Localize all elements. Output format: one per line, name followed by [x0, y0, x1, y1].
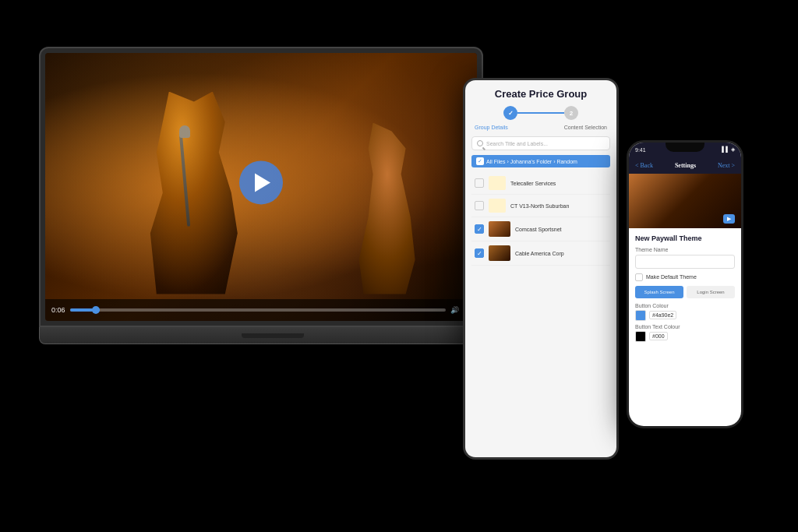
button-text-color-swatch[interactable] [635, 331, 646, 342]
stepper: ✓ 2 [471, 106, 610, 120]
video-controls: 0:06 🔊 ⛶ [45, 299, 477, 321]
paywall-form: New Paywall Theme Theme Name Make Defaul… [629, 228, 741, 351]
file-item-2[interactable]: CT V13-North Suburban [471, 195, 610, 217]
phone-notch [666, 143, 704, 152]
play-button[interactable] [239, 160, 283, 204]
phone: 9:41 ▌▌ ◈ < Back Settings Next > ▶ New P… [627, 140, 743, 428]
theme-name-label: Theme Name [635, 247, 735, 252]
phone-play-button[interactable]: ▶ [723, 214, 735, 224]
file-name-2: CT V13-North Suburban [510, 203, 607, 209]
search-placeholder: Search Title and Labels... [486, 141, 548, 146]
file-thumb-3 [489, 221, 510, 237]
step-1-label: Group Details [475, 125, 508, 130]
file-item-1[interactable]: Telecaller Services [471, 172, 610, 195]
button-text-color-label: Button Text Colour [635, 324, 735, 329]
default-theme-row: Make Default Theme [635, 273, 735, 281]
login-screen-button[interactable]: Login Screen [687, 286, 735, 298]
splash-screen-button[interactable]: Splash Screen [635, 286, 683, 298]
folder-path-text: All Files › Johanna's Folder › Random [486, 159, 577, 164]
file-checkbox-4[interactable]: ✓ [475, 248, 484, 258]
thumb-img-4 [489, 245, 510, 261]
button-color-row[interactable]: #4a90e2 [635, 310, 735, 321]
volume-icon[interactable]: 🔊 [450, 306, 459, 314]
laptop-body: 0:06 🔊 ⛶ [39, 47, 483, 327]
folder-icon-2 [489, 199, 506, 213]
step-2-circle: 2 [564, 106, 578, 120]
default-theme-checkbox[interactable] [635, 273, 643, 281]
folder-check-icon [476, 157, 484, 165]
step-2-label: Content Selection [564, 125, 607, 130]
phone-screen: 9:41 ▌▌ ◈ < Back Settings Next > ▶ New P… [629, 143, 741, 426]
file-item-3[interactable]: ✓ Comcast Sportsnet [471, 217, 610, 241]
scene: 0:06 🔊 ⛶ Create Price Group [0, 0, 798, 532]
paywall-title: New Paywall Theme [635, 234, 735, 242]
file-checkbox-2[interactable] [475, 201, 484, 210]
laptop-screen: 0:06 🔊 ⛶ [45, 53, 477, 321]
step-labels: Group Details Content Selection [471, 125, 610, 130]
progress-bar[interactable] [70, 308, 446, 312]
button-text-color-value: #000 [649, 332, 668, 340]
laptop-base [39, 327, 507, 344]
button-text-color-row[interactable]: #000 [635, 331, 735, 342]
nav-back-button[interactable]: < Back [635, 162, 653, 169]
file-name-3: Comcast Sportsnet [515, 227, 607, 232]
nav-title: Settings [675, 162, 696, 169]
progress-dot [92, 306, 100, 314]
status-icons: ▌▌ ◈ [722, 146, 735, 153]
search-box[interactable]: Search Title and Labels... [471, 136, 610, 150]
file-name-1: Telecaller Services [510, 181, 607, 186]
folder-path[interactable]: All Files › Johanna's Folder › Random [471, 155, 610, 167]
step-line [517, 112, 564, 114]
step-1-circle: ✓ [503, 106, 517, 120]
thumb-img-3 [489, 221, 510, 237]
step-1-number: ✓ [508, 110, 514, 117]
phone-nav-bar: < Back Settings Next > [629, 157, 741, 174]
tablet-content: Create Price Group ✓ 2 Group Details Con… [465, 80, 616, 273]
status-time: 9:41 [635, 147, 646, 153]
theme-name-input[interactable] [635, 255, 735, 269]
file-name-4: Cable America Corp [515, 251, 607, 256]
play-icon [255, 173, 270, 192]
button-color-swatch[interactable] [635, 310, 646, 321]
nav-next-button[interactable]: Next > [718, 162, 735, 169]
phone-video-thumb: ▶ [629, 174, 741, 228]
step-2-number: 2 [570, 110, 573, 117]
tablet: Create Price Group ✓ 2 Group Details Con… [463, 78, 619, 460]
video-time: 0:06 [51, 306, 65, 314]
button-color-label: Button Colour [635, 303, 735, 308]
laptop: 0:06 🔊 ⛶ [39, 47, 507, 452]
file-checkbox-1[interactable] [475, 178, 484, 188]
file-item-4[interactable]: ✓ Cable America Corp [471, 241, 610, 266]
folder-icon-1 [489, 176, 506, 190]
tablet-title: Create Price Group [471, 88, 610, 100]
file-thumb-4 [489, 245, 510, 261]
button-color-value: #4a90e2 [649, 311, 676, 319]
file-checkbox-3[interactable]: ✓ [475, 224, 484, 234]
search-icon [477, 140, 483, 146]
splash-login-buttons: Splash Screen Login Screen [635, 286, 735, 298]
default-theme-label: Make Default Theme [646, 274, 697, 280]
tablet-screen: Create Price Group ✓ 2 Group Details Con… [465, 80, 616, 457]
